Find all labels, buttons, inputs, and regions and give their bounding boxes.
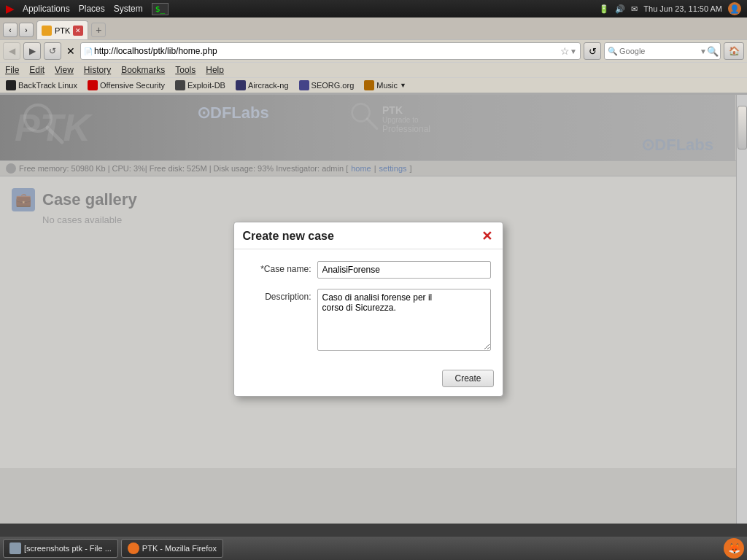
seorg-label: SEORG.org	[311, 81, 355, 90]
browser-chrome: ‹ › PTK ✕ + ◀ ▶ ↺ ✕ 📄 http://localhost/p…	[0, 18, 747, 95]
user-icon: 👤	[728, 2, 741, 15]
search-bar-container: 🔍 ▼ 🔍	[604, 42, 721, 60]
search-dropdown-icon[interactable]: ▼	[700, 47, 707, 55]
description-row: Description:	[246, 289, 491, 351]
case-name-input[interactable]	[317, 261, 491, 279]
search-input[interactable]	[619, 47, 700, 55]
nav-bar: ◀ ▶ ↺ ✕ 📄 http://localhost/ptk/lib/home.…	[0, 39, 747, 62]
taskbar-gecko-icon: 🦊	[724, 538, 744, 559]
dialog-footer: Create	[234, 370, 503, 396]
taskbar-firefox-label: PTK - Mozilla Firefox	[142, 544, 217, 553]
backtrack-icon	[6, 80, 16, 90]
tab-nav-arrows: ‹ ›	[3, 23, 34, 37]
menu-view[interactable]: View	[53, 64, 76, 76]
seorg-icon	[299, 80, 309, 90]
new-tab-button[interactable]: +	[91, 23, 106, 37]
bookmark-exploitdb[interactable]: Exploit-DB	[172, 79, 228, 91]
security-icon: 📄	[84, 47, 93, 55]
bookmarks-bar: BackTrack Linux Offensive Security Explo…	[0, 77, 747, 94]
close-tab-button[interactable]: ✕	[73, 26, 83, 36]
forward-button[interactable]: ▶	[23, 42, 41, 60]
reload-button[interactable]: ↺	[44, 42, 61, 60]
tab-next-button[interactable]: ›	[19, 23, 34, 37]
os-menu: ▶ Applications Places System $_	[6, 3, 169, 15]
address-reload-button[interactable]: ↺	[584, 42, 601, 60]
menu-bookmarks[interactable]: Bookmarks	[119, 64, 167, 76]
os-top-bar: ▶ Applications Places System $_ 🔋 🔊 ✉ Th…	[0, 0, 747, 18]
bookmark-backtrack[interactable]: BackTrack Linux	[3, 79, 80, 91]
os-status-bar: 🔋 🔊 ✉ Thu Jun 23, 11:50 AM 👤	[599, 2, 741, 15]
google-logo: 🔍	[608, 47, 618, 56]
scroll-thumb[interactable]	[738, 106, 747, 149]
address-bar-container: 📄 http://localhost/ptk/lib/home.php ☆ ▼	[80, 42, 581, 60]
home-button[interactable]: 🏠	[724, 42, 744, 60]
bookmark-aircrack[interactable]: Aircrack-ng	[233, 79, 292, 91]
menu-tools[interactable]: Tools	[173, 64, 198, 76]
tab-favicon	[42, 26, 52, 36]
browser-tab-ptk[interactable]: PTK ✕	[36, 20, 88, 39]
description-textarea[interactable]	[317, 289, 491, 351]
modal-overlay: Create new case ✕ *Case name: Descriptio…	[0, 95, 736, 524]
taskbar-files-label: [screenshots ptk - File ...	[24, 544, 112, 553]
menu-bar: File Edit View History Bookmarks Tools H…	[0, 62, 747, 77]
os-system-menu[interactable]: System	[114, 4, 143, 14]
dialog-close-button[interactable]: ✕	[481, 230, 494, 243]
bookmark-seorg[interactable]: SEORG.org	[296, 79, 357, 91]
exploitdb-label: Exploit-DB	[187, 81, 225, 90]
os-logo-icon: ▶	[6, 3, 14, 15]
aircrack-icon	[236, 80, 246, 90]
taskbar-files-item[interactable]: [screenshots ptk - File ...	[3, 539, 118, 558]
battery-icon: 🔋	[599, 4, 609, 14]
create-case-dialog: Create new case ✕ *Case name: Descriptio…	[233, 222, 503, 397]
tab-prev-button[interactable]: ‹	[3, 23, 18, 37]
music-dropdown-icon[interactable]: ▼	[400, 82, 406, 89]
dialog-title: Create new case	[243, 230, 334, 243]
volume-icon: 🔊	[615, 4, 625, 14]
os-taskbar: [screenshots ptk - File ... PTK - Mozill…	[0, 537, 747, 560]
back-button[interactable]: ◀	[3, 42, 20, 60]
case-name-label: *Case name:	[246, 261, 311, 274]
create-button[interactable]: Create	[442, 370, 493, 387]
email-icon: ✉	[631, 4, 638, 14]
dialog-body: *Case name: Description:	[234, 249, 503, 370]
menu-edit[interactable]: Edit	[27, 64, 47, 76]
taskbar-firefox-item[interactable]: PTK - Mozilla Firefox	[121, 539, 223, 558]
os-applications-menu[interactable]: Applications	[23, 4, 70, 14]
offensive-icon	[88, 80, 98, 90]
address-input[interactable]: http://localhost/ptk/lib/home.php	[94, 46, 560, 56]
backtrack-label: BackTrack Linux	[18, 81, 77, 90]
scrollbar[interactable]	[736, 95, 747, 524]
dropdown-arrow-icon[interactable]: ▼	[570, 47, 577, 55]
search-submit-button[interactable]: 🔍	[707, 46, 719, 57]
firefox-icon	[128, 542, 139, 554]
menu-history[interactable]: History	[82, 64, 113, 76]
music-icon	[364, 80, 374, 90]
dialog-header: Create new case ✕	[234, 222, 503, 249]
description-label: Description:	[246, 289, 311, 302]
tab-title: PTK	[55, 26, 70, 35]
exploitdb-icon	[175, 80, 185, 90]
menu-file[interactable]: File	[3, 64, 21, 76]
terminal-icon[interactable]: $_	[152, 3, 169, 15]
tab-bar: ‹ › PTK ✕ +	[0, 18, 747, 39]
os-places-menu[interactable]: Places	[79, 4, 105, 14]
offensive-label: Offensive Security	[100, 81, 165, 90]
aircrack-label: Aircrack-ng	[248, 81, 289, 90]
music-label: Music	[376, 81, 398, 90]
bookmark-offensive[interactable]: Offensive Security	[85, 79, 168, 91]
files-icon	[9, 542, 21, 554]
stop-button[interactable]: ✕	[64, 44, 77, 58]
case-name-row: *Case name:	[246, 261, 491, 279]
bookmark-star-icon[interactable]: ☆	[560, 45, 570, 57]
browser-content: PTK ⊙DFLabs PTK Upgrade to Professional	[0, 95, 747, 524]
bookmark-music[interactable]: Music ▼	[361, 79, 409, 91]
menu-help[interactable]: Help	[204, 64, 226, 76]
datetime: Thu Jun 23, 11:50 AM	[643, 4, 722, 13]
